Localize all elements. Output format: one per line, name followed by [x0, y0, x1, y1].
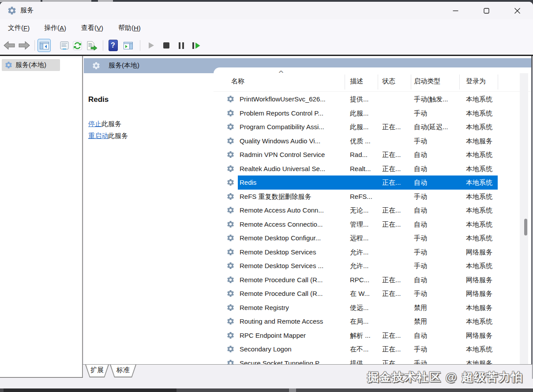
table-row[interactable]: Redis 正在... 自动 本地系统 — [214, 175, 532, 190]
column-header-logon-as[interactable]: 登录为 — [466, 77, 486, 86]
service-status: 正在... — [382, 120, 410, 134]
pause-service-button[interactable] — [175, 39, 188, 52]
export-list-button[interactable] — [86, 39, 99, 52]
table-row[interactable]: ReFS 重复数据删除服务 ReFS... 手动 本地系统 — [214, 190, 532, 204]
service-logon-as: 本地系统 — [466, 342, 508, 356]
column-header-status[interactable]: 状态 — [382, 77, 395, 86]
maximize-button[interactable] — [476, 2, 496, 19]
table-row[interactable]: Secondary Logon 在不... 正在... 手动 本地系统 — [214, 342, 532, 356]
services-gear-icon — [92, 61, 101, 70]
service-gear-icon — [226, 123, 235, 131]
vertical-scrollbar[interactable] — [520, 73, 528, 364]
pause-icon — [179, 42, 184, 49]
help-icon: ? — [109, 40, 118, 51]
back-arrow-icon — [4, 41, 15, 50]
properties-button[interactable] — [58, 39, 71, 52]
service-gear-icon — [226, 261, 235, 270]
service-description: 在不... — [350, 342, 378, 356]
title-bar[interactable]: 服务 — [0, 2, 533, 19]
table-row[interactable]: Problem Reports Control P... 此服... 手动 本地… — [214, 106, 532, 120]
service-name: Secure Socket Tunneling P... — [240, 356, 343, 365]
refresh-button[interactable] — [71, 39, 84, 52]
table-row[interactable]: Realtek Audio Universal Se... Realt... 正… — [214, 162, 532, 176]
service-gear-icon — [226, 248, 235, 256]
tree-item-services-local[interactable]: 服务(本地) — [2, 59, 60, 71]
back-button[interactable] — [3, 39, 16, 52]
service-startup-type: 自动 — [414, 329, 458, 343]
restart-service-link[interactable]: 重启动 — [88, 132, 108, 139]
export-list-icon — [87, 41, 98, 50]
toolbar-separator — [34, 40, 35, 51]
service-description: 管理... — [350, 217, 378, 231]
column-header-description[interactable]: 描述 — [350, 77, 363, 86]
service-status: 正在... — [382, 217, 410, 231]
service-logon-as: 本地系统 — [466, 217, 508, 231]
service-logon-as: 本地系统 — [466, 203, 508, 217]
toolbar: ? — [0, 36, 533, 55]
table-row[interactable]: Routing and Remote Access 在局... 禁用 本地系统 — [214, 314, 532, 329]
table-row[interactable]: Secure Socket Tunneling P... 提供... 正在...… — [214, 356, 532, 365]
column-divider[interactable] — [411, 75, 411, 90]
menu-bar: 文件(F) 操作(A) 查看(V) 帮助(H) — [0, 19, 533, 36]
table-row[interactable]: Remote Procedure Call (R... 在 W... 正在...… — [214, 287, 532, 301]
service-startup-type: 自动 — [414, 217, 458, 231]
service-logon-as: 本地服务 — [466, 356, 508, 365]
restart-service-button[interactable] — [190, 39, 203, 52]
stop-service-link[interactable]: 停止 — [88, 120, 101, 127]
column-header-name[interactable]: 名称 — [231, 77, 244, 86]
help-button[interactable]: ? — [106, 39, 120, 52]
action-pane-icon — [124, 42, 133, 49]
service-startup-type: 手动 — [414, 287, 458, 301]
service-name: Radmin VPN Control Service — [240, 148, 343, 162]
service-name: Remote Procedure Call (R... — [240, 273, 343, 287]
table-row[interactable]: Remote Access Connectio... 管理... 正在... 自… — [214, 217, 532, 231]
stop-service-button[interactable] — [160, 39, 173, 52]
minimize-button[interactable] — [445, 2, 465, 19]
menu-action[interactable]: 操作(A) — [41, 19, 69, 36]
table-row[interactable]: Remote Procedure Call (R... RPC... 正在...… — [214, 273, 532, 287]
table-row[interactable]: Remote Access Auto Conn... 无论... 正在... 自… — [214, 203, 532, 217]
window-title: 服务 — [20, 6, 34, 15]
tab-standard[interactable]: 标准 — [110, 365, 136, 377]
forward-arrow-icon — [19, 41, 30, 50]
show-action-pane-button[interactable] — [121, 39, 135, 52]
column-divider[interactable] — [459, 75, 460, 90]
table-row[interactable]: RPC Endpoint Mapper 解析 ... 正在... 自动 网络服务 — [214, 329, 532, 343]
service-name: RPC Endpoint Mapper — [240, 329, 343, 343]
table-row[interactable]: Remote Registry 使远... 禁用 本地服务 — [214, 301, 532, 315]
service-startup-type: 手动 — [414, 356, 458, 365]
service-gear-icon — [226, 303, 235, 312]
service-status: 正在... — [382, 273, 410, 287]
tab-extended[interactable]: 扩展 — [85, 365, 109, 377]
table-row[interactable]: Quality Windows Audio Vi... 优质 ... 手动 本地… — [214, 134, 532, 148]
menu-view[interactable]: 查看(V) — [79, 19, 106, 36]
service-name: Quality Windows Audio Vi... — [240, 134, 343, 148]
service-name: Routing and Remote Access — [240, 314, 343, 329]
service-logon-as: 本地系统 — [466, 231, 508, 245]
service-startup-type: 手动(触发... — [414, 92, 458, 106]
show-console-tree-button[interactable] — [38, 39, 51, 52]
service-description: RPC... — [350, 273, 378, 287]
table-row[interactable]: Remote Desktop Services ... 允许... 手动 本地系… — [214, 259, 532, 273]
service-name: Realtek Audio Universal Se... — [240, 162, 343, 176]
column-divider[interactable] — [378, 75, 378, 90]
column-divider[interactable] — [345, 75, 345, 90]
column-header-startup-type[interactable]: 启动类型 — [414, 77, 440, 86]
table-row[interactable]: Radmin VPN Control Service Rad... 正在... … — [214, 148, 532, 162]
scrollbar-thumb[interactable] — [524, 219, 527, 235]
table-row[interactable]: Program Compatibility Assi... 此服... 正在..… — [214, 120, 532, 134]
table-row[interactable]: Remote Desktop Configur... 远程... 手动 本地系统 — [214, 231, 532, 245]
table-row[interactable]: PrintWorkflowUserSvc_626... 提供... 手动(触发.… — [214, 92, 532, 106]
forward-button[interactable] — [18, 39, 31, 52]
service-logon-as: 本地系统 — [466, 259, 508, 273]
menu-file[interactable]: 文件(F) — [5, 19, 32, 36]
menu-help[interactable]: 帮助(H) — [116, 19, 143, 36]
services-gear-icon — [4, 61, 13, 69]
column-divider[interactable] — [498, 75, 498, 90]
table-row[interactable]: Remote Desktop Services 允许... 手动 网络服务 — [214, 245, 532, 259]
close-button[interactable] — [507, 2, 527, 19]
service-description: 此服... — [350, 106, 378, 120]
start-service-button[interactable] — [145, 39, 158, 52]
service-status: 正在... — [382, 287, 410, 301]
service-gear-icon — [226, 234, 235, 242]
